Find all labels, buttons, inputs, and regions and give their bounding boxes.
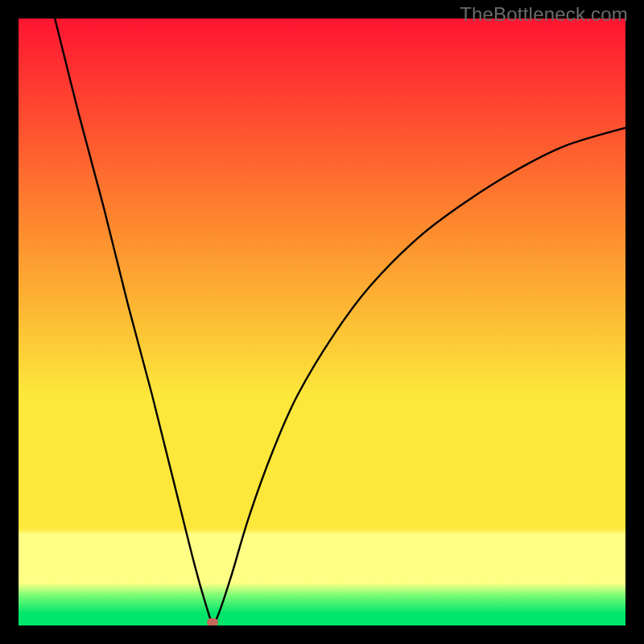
chart-frame: TheBottleneck.com [0,0,644,644]
curve-layer [19,19,625,625]
watermark-text: TheBottleneck.com [460,3,628,26]
bottleneck-curve [55,19,625,623]
plot-area [19,19,625,625]
optimal-marker [207,618,218,625]
